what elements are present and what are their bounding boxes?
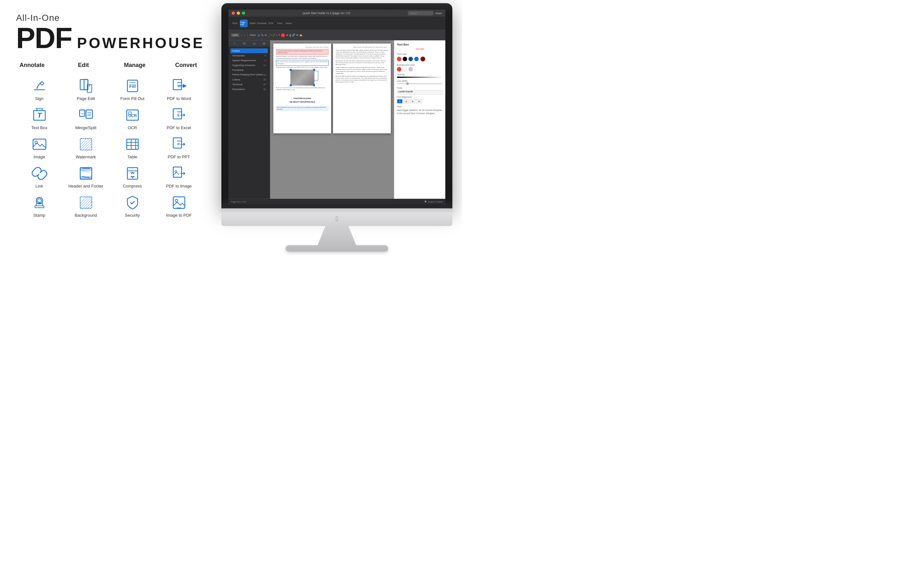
chapter-subtitle: THE REALITY DISTORTION FIELD (276, 101, 328, 103)
sidebar-item-resolutions[interactable]: Resolutions32 (230, 87, 268, 92)
icon-row-1: Sign Page Edit Fill Form Fill (16, 74, 202, 103)
imac-stand-base (286, 245, 388, 251)
toolbar-tab-page-edit[interactable]: Page Edit (240, 19, 248, 27)
categories-row: Annotate Edit Manage Convert (16, 62, 202, 69)
bg-color-gray[interactable] (409, 67, 413, 71)
toolbar-icon-text[interactable]: T (278, 34, 280, 37)
sidebar-icon-thumbnail[interactable]: ☰ (233, 42, 236, 45)
svg-line-26 (80, 139, 92, 150)
sidebar-item-criteria[interactable]: Criteria20 (230, 77, 268, 82)
sidebar-item-intro[interactable]: Introduction5 (230, 53, 268, 58)
color-red[interactable] (397, 57, 401, 61)
align-left-btn[interactable]: ≡ (397, 99, 403, 103)
table-label: Table (128, 155, 137, 159)
imac-screen-bezel: Quick Start Guide v1.2 (page 16 / 17) Se… (221, 3, 452, 208)
page-info: Page 811 / 412 (231, 201, 246, 203)
pdf-toolbar-main: Tools Page Edit Editor Converter OCR For… (228, 17, 445, 30)
pdf-to-ppt-label: PDF to PPT (168, 155, 190, 159)
share-button[interactable]: Share (435, 12, 442, 15)
icons-grid: Sign Page Edit Fill Form Fill (16, 74, 202, 220)
window-close-dot[interactable] (232, 11, 235, 15)
align-center-btn[interactable]: ≡ (403, 99, 409, 103)
selection-perspective-right (314, 71, 318, 81)
svg-text:P: P (178, 142, 180, 146)
sidebar-item-sysreq[interactable]: System Requirements9 (230, 58, 268, 63)
toolbar-tab-form[interactable]: Form (276, 19, 284, 27)
bg-color-white[interactable] (403, 67, 407, 71)
sidebar-icon-layers[interactable]: ⊞ (263, 42, 265, 45)
toolbar-tab-tools[interactable]: Tools (231, 19, 239, 27)
sidebar-item-federal[interactable]: Federal Shopping Shout Updates18 (230, 73, 268, 77)
toolbar-icon-prev[interactable]: ◄ (240, 34, 242, 36)
toolbar-icon-line[interactable]: ╱ (273, 34, 275, 37)
svg-text:+a: +a (81, 112, 84, 115)
text-color-label: Text Color (397, 53, 443, 55)
toolbar-icon-sign[interactable]: ✍ (299, 34, 302, 37)
toolbar-icon-highlight[interactable]: A̲ (289, 34, 291, 37)
svg-text:E: E (178, 113, 180, 117)
toolbar-icon-next[interactable]: ► (244, 34, 246, 36)
toolbar-icon-cursor[interactable]: ↖ (261, 33, 264, 37)
color-blue[interactable] (414, 57, 419, 61)
toolbar-tab-home[interactable]: Home (285, 19, 292, 27)
category-manage: Manage (119, 62, 151, 69)
color-dark-blue[interactable] (409, 57, 413, 61)
alignment-row: ≡ ≡ ≡ ≡ (397, 99, 443, 103)
text-box-icon: T (31, 107, 48, 123)
sidebar-item-functional[interactable]: Functional (230, 68, 268, 73)
toolbar-icon-circle[interactable]: ○ (276, 34, 278, 37)
pdf-content-area: Playing by His Own Set of Rules Lorem ip… (270, 40, 394, 199)
window-minimize-dot[interactable] (237, 11, 240, 15)
chapter-title: CHAPTER ELEVEN (276, 97, 328, 100)
toolbar-tab-ocr[interactable]: OCR (267, 19, 275, 27)
icon-item-merge-split: +a Merge/Split (63, 103, 109, 133)
page-edit-icon (78, 77, 94, 94)
align-right-btn[interactable]: ≡ (410, 99, 415, 103)
toolbar-icon-stamp[interactable]: ⊕ (296, 34, 298, 37)
bg-color-red[interactable] (397, 67, 401, 71)
font-selector[interactable]: Lucida Grande (397, 90, 443, 95)
security-icon (124, 194, 141, 211)
align-justify-btn[interactable]: ≡ (416, 99, 422, 103)
color-black[interactable] (403, 57, 407, 61)
toolbar-icon-link[interactable]: 🔗 (292, 34, 295, 37)
ocr-icon: OCR (124, 107, 141, 123)
pdf-to-word-icon: W (171, 77, 187, 94)
toolbar-sep-1 (247, 33, 248, 37)
toolbar-icon-zoom[interactable]: 125% (231, 33, 239, 37)
icon-item-compress: Compress (109, 162, 156, 191)
toolbar-tab-group: Tools Page Edit Editor Converter OCR For… (231, 19, 292, 27)
toolbar-icon-pen[interactable]: ✏ (265, 34, 267, 37)
highlight-block: Lorem ipsum dolor sit amet, consectetur … (276, 49, 328, 55)
toolbar-icon-shapes[interactable]: □ (271, 34, 272, 37)
sidebar-item-technical[interactable]: Technical21 (230, 82, 268, 87)
pdf-to-image-label: PDF to Image (166, 184, 192, 189)
font-name: Lucida Grande (398, 90, 413, 93)
svg-text:OCR: OCR (128, 113, 137, 118)
sidebar-icon-search[interactable]: ◎ (253, 42, 256, 45)
imac-wrapper: Quick Start Guide v1.2 (page 16 / 17) Se… (215, 3, 459, 285)
toolbar-icon-fill[interactable]: ⊘ (286, 34, 288, 37)
toolbar-panel-toggle[interactable]: Panel (249, 33, 256, 37)
icon-row-3: Image Watermark (16, 133, 202, 162)
toolbar-tab-converter[interactable]: Converter (258, 19, 266, 27)
icon-item-pdf-image: PDF to Image (156, 162, 202, 191)
toolbar-color-red[interactable] (281, 33, 285, 37)
color-dark-red[interactable] (420, 56, 426, 62)
line-width-slider[interactable] (397, 83, 443, 84)
sidebar-icon-bookmark[interactable]: ⊟ (243, 42, 246, 45)
pdf-ui: Quick Start Guide v1.2 (page 16 / 17) Se… (228, 10, 445, 205)
line-width-label: Line Width (397, 80, 443, 82)
search-box[interactable]: Search (408, 11, 433, 15)
toolbar-tab-editor[interactable]: Editor (249, 19, 257, 27)
toolbar-icon-select[interactable]: ▣ (257, 33, 260, 37)
search-outline-btn[interactable]: 🔍 Search Outline (425, 201, 443, 203)
pdf-image-area (276, 69, 328, 85)
icon-item-pdf-excel: E PDF to Excel (156, 103, 202, 133)
pdf-main-area: ☰ ⊟ ◎ ⊞ Covers4 Introduction5 (228, 40, 445, 199)
opacity-slider[interactable] (397, 77, 443, 78)
sidebar-item-covers[interactable]: Covers4 (230, 48, 268, 53)
background-label: Background (75, 213, 97, 218)
window-maximize-dot[interactable] (242, 11, 245, 15)
sidebar-item-support[interactable]: Supporting resources12 (230, 63, 268, 68)
